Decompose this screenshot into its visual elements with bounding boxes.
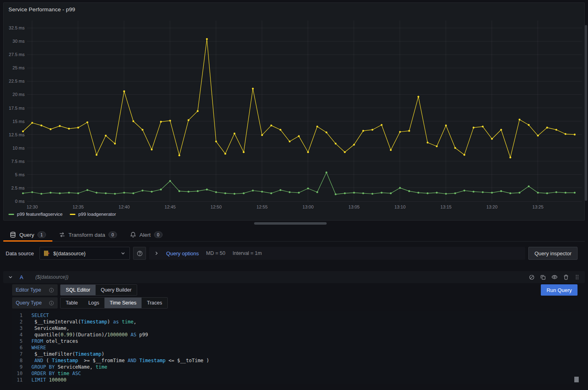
line-number: 9	[12, 364, 23, 370]
data-point	[427, 192, 429, 194]
query-row-header[interactable]: A (${datasource})	[3, 271, 585, 283]
data-point	[68, 192, 70, 194]
data-point	[206, 189, 208, 191]
line-number: 5	[12, 338, 23, 344]
y-axis-label: 32.5 ms	[9, 25, 25, 30]
editor-tabs-bar: Query1Transform data0Alert0	[3, 228, 585, 242]
duplicate-query-icon[interactable]	[540, 274, 546, 280]
delete-query-icon[interactable]	[563, 274, 569, 280]
info-icon[interactable]	[49, 300, 54, 306]
line-number: 11	[12, 377, 23, 383]
data-point	[123, 90, 125, 92]
line-number: 2	[12, 319, 23, 325]
info-icon[interactable]	[49, 288, 54, 293]
horizontal-scrollbar-thumb[interactable]	[254, 222, 327, 225]
grafana-query-editor-page: Service Performance - p99 0 ms2.5 ms5 ms…	[0, 0, 588, 390]
collapse-chevron-icon[interactable]	[8, 275, 13, 279]
query-type-option-logs[interactable]: Logs	[83, 298, 104, 308]
query-options-link[interactable]: Query options	[166, 250, 199, 257]
data-point	[335, 194, 337, 196]
data-point	[77, 192, 79, 194]
disable-query-icon[interactable]	[529, 274, 535, 280]
y-axis-label: 17.5 ms	[9, 106, 25, 111]
hide-response-icon[interactable]	[551, 274, 558, 280]
data-point	[445, 125, 447, 127]
tab-query[interactable]: Query1	[3, 228, 52, 241]
line-number: 3	[12, 325, 23, 332]
question-circle-icon	[137, 250, 143, 257]
legend-item[interactable]: p99 featureflagservice	[8, 212, 63, 217]
tab-transform-data[interactable]: Transform data0	[52, 228, 123, 241]
query-inspector-button[interactable]: Query inspector	[528, 247, 578, 260]
data-point	[362, 130, 364, 132]
data-point	[335, 143, 337, 145]
line-number: 7	[12, 351, 23, 357]
query-type-label-chip: Query Type	[12, 297, 58, 309]
x-axis-label: 13:20	[486, 204, 498, 209]
query-type-label: Query Type	[16, 300, 42, 306]
datasource-picker[interactable]: ${datasource}	[40, 247, 130, 260]
query-row-actions	[529, 274, 580, 280]
data-point	[427, 142, 429, 144]
tab-count-badge: 1	[38, 231, 46, 238]
y-axis-label: 30 ms	[13, 39, 25, 44]
data-point	[151, 148, 153, 150]
editor-type-option-query-builder[interactable]: Query Builder	[96, 285, 137, 295]
legend-item[interactable]: p99 loadgenerator	[70, 212, 116, 217]
sql-code-editor[interactable]: 1SELECT2 $__timeInterval(Timestamp) as t…	[12, 311, 580, 384]
x-axis-label: 12:50	[211, 204, 222, 209]
y-axis-label: 5 ms	[15, 172, 25, 177]
data-point	[316, 191, 318, 193]
x-axis-label: 13:00	[302, 204, 314, 209]
data-point	[188, 191, 190, 193]
legend-swatch	[70, 214, 75, 215]
data-point	[408, 130, 410, 132]
drag-handle-icon[interactable]	[574, 274, 580, 280]
datasource-help-button[interactable]	[133, 247, 146, 260]
sql-code-lines: 1SELECT2 $__timeInterval(Timestamp) as t…	[12, 312, 580, 383]
data-point	[436, 192, 438, 194]
timeseries-chart[interactable]: 0 ms2.5 ms5 ms7.5 ms10 ms12.5 ms15 ms17.…	[4, 3, 585, 221]
data-point	[22, 130, 24, 132]
query-type-option-traces[interactable]: Traces	[142, 298, 167, 308]
line-number: 6	[12, 344, 23, 351]
editor-type-label-chip: Editor Type	[12, 284, 58, 296]
code-line: 10ORDER BY time ASC	[12, 370, 580, 377]
data-point	[96, 154, 98, 156]
data-point	[197, 110, 199, 112]
code-line: 5FROM otel_traces	[12, 338, 580, 344]
data-point	[206, 38, 208, 40]
data-point	[509, 156, 511, 159]
run-query-button[interactable]: Run Query	[541, 284, 578, 296]
data-point	[408, 190, 410, 192]
data-point	[565, 133, 567, 135]
data-point	[86, 121, 88, 123]
data-point	[509, 192, 511, 194]
data-point	[289, 191, 291, 193]
query-datasource-hint: (${datasource})	[35, 274, 69, 280]
editor-type-option-sql-editor[interactable]: SQL Editor	[60, 285, 96, 295]
data-point	[86, 189, 88, 191]
data-point	[31, 191, 33, 193]
query-options-row[interactable]: Query options MD = 50 Interval = 1m	[149, 247, 525, 260]
editor-scrollbar-thumb[interactable]	[574, 377, 579, 382]
data-point	[178, 190, 180, 192]
data-point	[197, 190, 199, 192]
query-type-option-table[interactable]: Table	[60, 298, 83, 308]
data-point	[40, 125, 42, 127]
chart-legend: p99 featureflagservicep99 loadgenerator	[8, 212, 116, 217]
query-type-option-time-series[interactable]: Time Series	[104, 298, 142, 308]
data-point	[482, 191, 484, 193]
data-point	[279, 129, 281, 131]
data-point	[151, 191, 153, 193]
code-line: 7 $__timeFilter(Timestamp)	[12, 351, 580, 357]
tab-alert[interactable]: Alert0	[123, 228, 169, 241]
transform-icon	[59, 231, 65, 238]
code-line: 6WHERE	[12, 344, 580, 351]
x-axis-label: 12:45	[165, 204, 176, 209]
vertical-scrollbar-thumb[interactable]	[585, 25, 587, 201]
data-point	[353, 144, 355, 146]
code-line: 9GROUP BY ServiceName, time	[12, 364, 580, 370]
data-point	[344, 192, 346, 194]
data-point	[68, 128, 70, 130]
